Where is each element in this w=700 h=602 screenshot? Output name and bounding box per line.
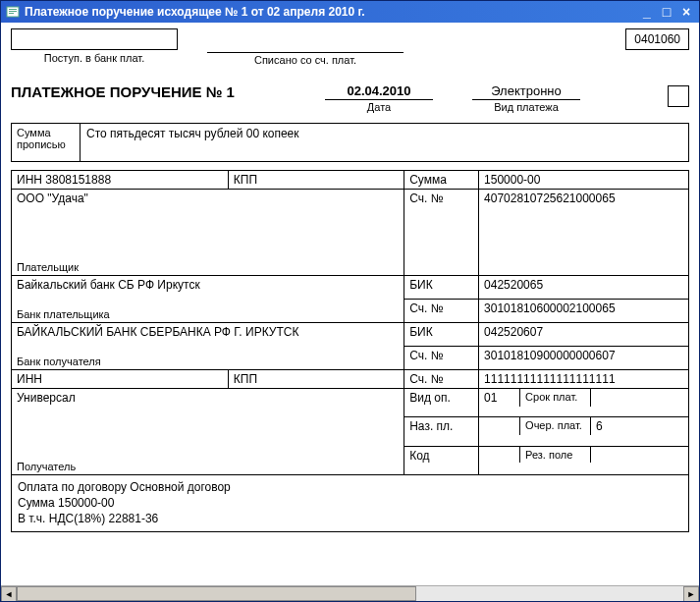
payer-bank-acct-label: Сч. № bbox=[409, 301, 443, 315]
vidop-value: 01 bbox=[479, 389, 520, 407]
purpose-line-1: Оплата по договору Основной договор bbox=[18, 479, 682, 495]
scroll-track[interactable] bbox=[17, 586, 683, 601]
rcpt-bank-block-label: Банк получателя bbox=[17, 356, 101, 367]
payer-inn: 3808151888 bbox=[45, 173, 111, 187]
rez-value bbox=[591, 447, 688, 463]
ocher-value: 6 bbox=[591, 417, 688, 435]
date-value: 02.04.2010 bbox=[325, 83, 433, 100]
rcpt-name: Универсал bbox=[17, 391, 399, 405]
rcpt-inn-label: ИНН bbox=[17, 372, 42, 386]
minimize-button[interactable]: _ bbox=[638, 4, 656, 20]
written-off-label: Списано со сч. плат. bbox=[207, 52, 404, 66]
payer-bank-acct: 30101810600002100065 bbox=[484, 301, 615, 315]
close-button[interactable]: × bbox=[677, 4, 695, 20]
scroll-left-button[interactable]: ◄ bbox=[1, 586, 17, 601]
rcpt-bank-bik: 042520607 bbox=[484, 325, 543, 339]
payer-inn-label: ИНН bbox=[17, 173, 42, 187]
payer-bank-bik: 042520065 bbox=[484, 278, 543, 292]
window: Платежное поручение исходящее № 1 от 02 … bbox=[0, 0, 700, 602]
amount-words-value: Сто пятьдесят тысяч рублей 00 копеек bbox=[81, 124, 688, 161]
srok-value bbox=[591, 389, 688, 407]
amount-value: 150000-00 bbox=[484, 173, 540, 187]
purpose-line-2: Сумма 150000-00 bbox=[18, 495, 682, 511]
ocher-label: Очер. плат. bbox=[520, 417, 591, 435]
rcpt-kpp-label: КПП bbox=[234, 372, 257, 386]
horizontal-scrollbar[interactable]: ◄ ► bbox=[1, 585, 699, 601]
rcpt-bank-name: БАЙКАЛЬСКИЙ БАНК СБЕРБАНКА РФ Г. ИРКУТСК bbox=[17, 325, 399, 339]
kod-value bbox=[479, 447, 520, 463]
payer-bank-bik-label: БИК bbox=[409, 278, 433, 292]
document: Поступ. в банк плат. Списано со сч. плат… bbox=[1, 23, 699, 536]
payment-purpose: Оплата по договору Основной договор Сумм… bbox=[11, 475, 689, 532]
date-label: Дата bbox=[367, 101, 391, 113]
rcpt-bank-bik-label: БИК bbox=[409, 325, 433, 339]
payer-acct: 40702810725621000065 bbox=[484, 192, 615, 205]
srok-label: Срок плат. bbox=[520, 389, 591, 407]
svg-rect-1 bbox=[9, 9, 17, 10]
paytype-value: Электронно bbox=[472, 83, 580, 100]
kod-label: Код bbox=[409, 449, 429, 463]
payer-kpp-label: КПП bbox=[234, 173, 257, 187]
rez-label: Рез. поле bbox=[520, 447, 591, 463]
nazpl-label: Наз. пл. bbox=[409, 419, 453, 433]
paytype-label: Вид платежа bbox=[494, 101, 559, 113]
payer-acct-label: Сч. № bbox=[409, 192, 443, 205]
rcpt-block-label: Получатель bbox=[17, 461, 76, 472]
payer-bank-name: Байкальский банк СБ РФ Иркутск bbox=[17, 278, 399, 292]
scroll-right-button[interactable]: ► bbox=[683, 586, 699, 601]
bank-in-label: Поступ. в банк плат. bbox=[44, 52, 144, 64]
document-title: ПЛАТЕЖНОЕ ПОРУЧЕНИЕ № 1 bbox=[11, 83, 305, 100]
nazpl-value bbox=[479, 417, 520, 435]
titlebar[interactable]: Платежное поручение исходящее № 1 от 02 … bbox=[1, 1, 699, 23]
document-viewport: Поступ. в банк плат. Списано со сч. плат… bbox=[1, 23, 699, 601]
rcpt-bank-acct: 30101810900000000607 bbox=[484, 349, 615, 362]
payer-bank-block-label: Банк плательщика bbox=[17, 308, 110, 320]
payer-name: ООО "Удача" bbox=[17, 192, 399, 205]
bank-in-box bbox=[11, 28, 178, 50]
amount-words-label: Сумма прописью bbox=[12, 124, 81, 161]
maximize-button[interactable]: □ bbox=[658, 4, 675, 20]
scroll-thumb[interactable] bbox=[17, 586, 416, 601]
purpose-line-3: В т.ч. НДС(18%) 22881-36 bbox=[18, 511, 682, 526]
svg-rect-3 bbox=[9, 13, 14, 14]
vidop-label: Вид оп. bbox=[409, 391, 451, 405]
app-icon bbox=[5, 4, 21, 20]
rcpt-acct: 11111111111111111111 bbox=[484, 372, 615, 386]
payer-block-label: Плательщик bbox=[17, 261, 79, 273]
amount-label: Сумма bbox=[409, 173, 447, 187]
rcpt-bank-acct-label: Сч. № bbox=[409, 349, 443, 362]
window-title: Платежное поручение исходящее № 1 от 02 … bbox=[25, 5, 636, 19]
status-box bbox=[668, 85, 689, 107]
form-code: 0401060 bbox=[625, 28, 689, 50]
svg-rect-2 bbox=[9, 11, 17, 12]
rcpt-acct-label: Сч. № bbox=[409, 372, 443, 386]
